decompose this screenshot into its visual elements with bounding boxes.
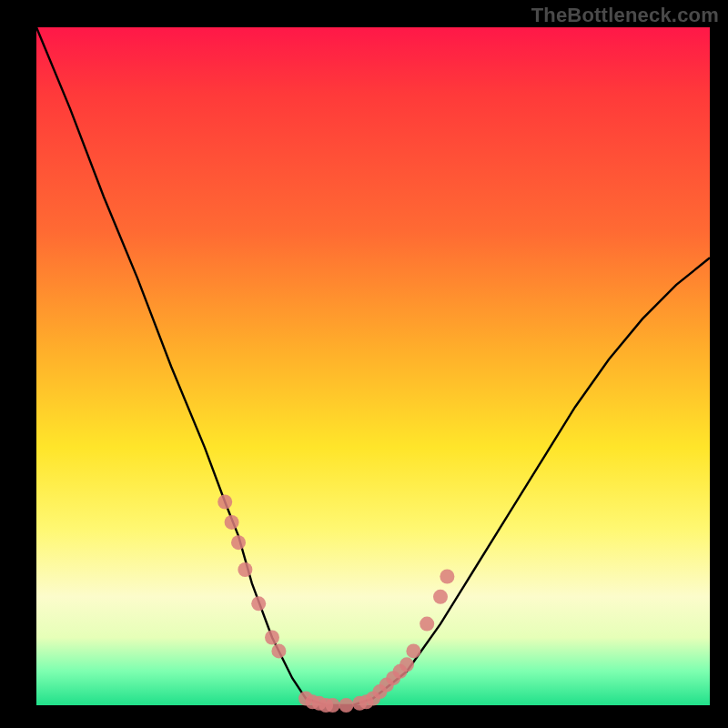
data-point [265, 631, 279, 645]
data-point [217, 495, 232, 510]
data-point [231, 535, 246, 550]
data-point [433, 590, 448, 604]
data-point-group [217, 495, 454, 713]
chart-svg [36, 27, 710, 705]
plot-area [36, 27, 710, 705]
data-point [271, 643, 286, 658]
data-point [399, 657, 414, 672]
bottleneck-curve [36, 27, 710, 705]
data-point [440, 570, 454, 584]
data-point [238, 562, 252, 577]
data-point [251, 596, 266, 611]
data-point [406, 643, 420, 658]
chart-frame: TheBottleneck.com [0, 0, 728, 728]
data-point [420, 617, 434, 632]
data-point [339, 698, 353, 713]
watermark-text: TheBottleneck.com [531, 4, 719, 27]
data-point [326, 698, 340, 713]
data-point [225, 515, 239, 530]
